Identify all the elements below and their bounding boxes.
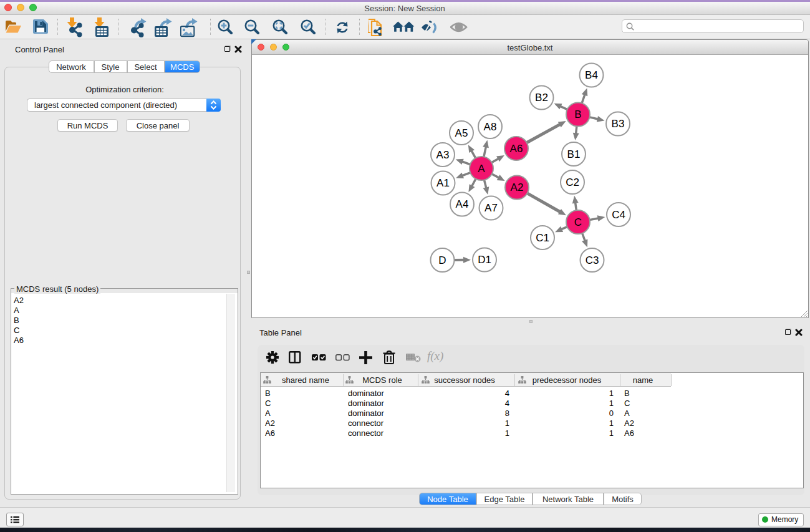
svg-text:B3: B3: [612, 118, 625, 130]
svg-text:A3: A3: [436, 149, 450, 161]
svg-text:A6: A6: [510, 143, 523, 155]
svg-text:C1: C1: [536, 232, 549, 244]
svg-text:A7: A7: [485, 202, 498, 214]
svg-text:A: A: [478, 163, 485, 175]
svg-text:A2: A2: [511, 181, 524, 193]
svg-text:B1: B1: [567, 148, 581, 160]
svg-text:A4: A4: [456, 198, 469, 210]
svg-text:A8: A8: [484, 121, 497, 133]
svg-text:B2: B2: [535, 92, 548, 104]
svg-text:D: D: [438, 254, 446, 266]
svg-text:C: C: [574, 216, 582, 228]
svg-text:B4: B4: [585, 69, 598, 81]
svg-text:C3: C3: [586, 254, 599, 266]
svg-text:B: B: [574, 109, 581, 120]
svg-text:C2: C2: [566, 177, 579, 188]
svg-text:A1: A1: [436, 177, 450, 189]
svg-text:C4: C4: [612, 209, 625, 221]
svg-text:A5: A5: [455, 127, 468, 139]
svg-text:D1: D1: [478, 254, 491, 266]
